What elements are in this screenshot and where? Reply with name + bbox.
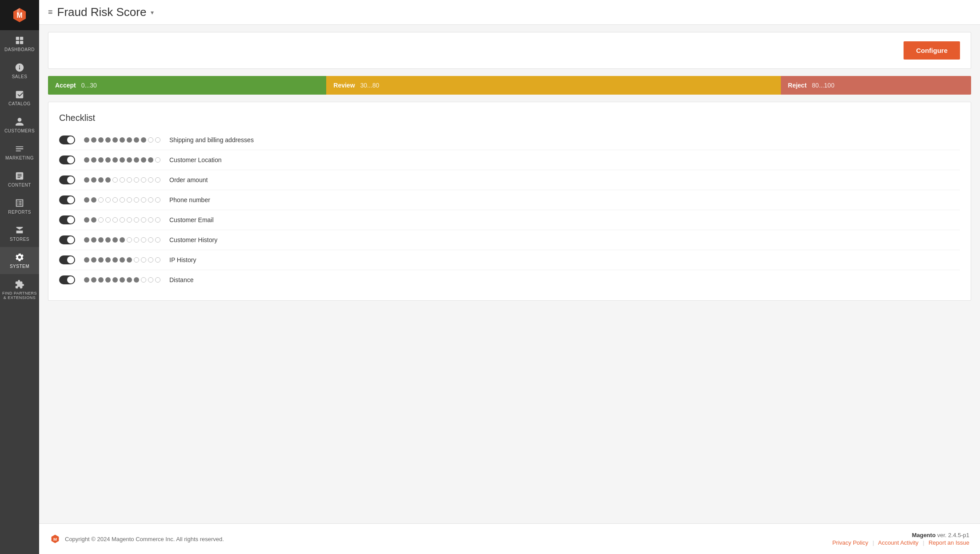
main-content: ≡ Fraud Risk Score ▾ Configure Accept 0.…	[39, 0, 980, 554]
sidebar-logo: M	[0, 0, 39, 30]
dot	[148, 197, 153, 203]
sidebar-item-content[interactable]: CONTENT	[0, 166, 39, 193]
sales-icon	[15, 63, 24, 72]
score-bar: Accept 0...30 Review 30...80 Reject 80..…	[48, 76, 971, 95]
checklist-dots-order-amount	[84, 177, 160, 183]
title-dropdown-icon[interactable]: ▾	[151, 9, 154, 16]
dot	[91, 277, 96, 283]
footer-version-number: ver. 2.4.5-p1	[937, 532, 969, 538]
dot	[98, 157, 104, 163]
checklist-section: Checklist Shipping and billing addresses…	[48, 102, 971, 301]
dot	[112, 217, 118, 223]
dot	[148, 137, 153, 143]
checklist-toggle-order-amount[interactable]	[59, 175, 75, 184]
dot	[105, 157, 111, 163]
dot	[120, 157, 125, 163]
score-review-segment: Review 30...80	[326, 76, 781, 95]
checklist-toggle-distance[interactable]	[59, 275, 75, 284]
checklist-item-label: Distance	[169, 276, 193, 283]
dot	[105, 237, 111, 243]
dot	[84, 197, 89, 203]
configure-button[interactable]: Configure	[904, 41, 960, 60]
checklist-row: Customer History	[59, 230, 960, 250]
system-icon	[15, 252, 24, 262]
checklist-toggle-customer-location[interactable]	[59, 155, 75, 164]
checklist-item-label: Shipping and billing addresses	[169, 136, 254, 143]
checklist-title: Checklist	[59, 113, 960, 123]
dot	[84, 237, 89, 243]
dot	[98, 237, 104, 243]
dot	[127, 237, 132, 243]
dot	[120, 197, 125, 203]
sidebar-item-stores[interactable]: STORES	[0, 220, 39, 247]
checklist-row: IP History	[59, 250, 960, 270]
dot	[148, 157, 153, 163]
dot	[120, 277, 125, 283]
dot	[141, 277, 146, 283]
checklist-dots-customer-history	[84, 237, 160, 243]
sidebar-item-customers[interactable]: CUSTOMERS	[0, 112, 39, 139]
dot	[134, 137, 139, 143]
svg-rect-4	[20, 37, 23, 40]
page-header: ≡ Fraud Risk Score ▾	[39, 0, 980, 25]
review-label: Review	[333, 82, 355, 89]
account-activity-link[interactable]: Account Activity	[878, 539, 919, 546]
dot	[148, 277, 153, 283]
sidebar-item-extensions[interactable]: FIND PARTNERS & EXTENSIONS	[0, 274, 39, 305]
dot	[127, 157, 132, 163]
checklist-row: Phone number	[59, 190, 960, 210]
sidebar-item-sales[interactable]: SALES	[0, 57, 39, 84]
content-icon	[15, 171, 24, 181]
dot	[112, 237, 118, 243]
privacy-policy-link[interactable]: Privacy Policy	[832, 539, 868, 546]
dot	[155, 217, 160, 223]
dot	[155, 177, 160, 183]
checklist-item-label: Customer History	[169, 236, 217, 243]
dot	[134, 177, 139, 183]
dot	[134, 157, 139, 163]
menu-icon[interactable]: ≡	[48, 8, 53, 17]
checklist-row: Distance	[59, 270, 960, 290]
checklist-toggle-shipping-billing[interactable]	[59, 136, 75, 144]
checklist-row: Order amount	[59, 170, 960, 190]
sidebar-item-system[interactable]: SYSTEM	[0, 247, 39, 274]
checklist-item-label: Customer Email	[169, 216, 214, 223]
dot	[91, 217, 96, 223]
checklist-toggle-customer-email[interactable]	[59, 215, 75, 224]
dot	[141, 257, 146, 263]
dot	[98, 137, 104, 143]
dot	[84, 217, 89, 223]
sidebar: M DASHBOARD SALES CATALOG CUSTOMERS MARK…	[0, 0, 39, 554]
checklist-toggle-phone-number[interactable]	[59, 195, 75, 204]
dot	[148, 177, 153, 183]
dot	[127, 217, 132, 223]
dot	[134, 197, 139, 203]
sidebar-item-reports[interactable]: REPORTS	[0, 193, 39, 220]
marketing-icon	[15, 144, 24, 154]
dot	[120, 257, 125, 263]
dot	[127, 197, 132, 203]
report-issue-link[interactable]: Report an Issue	[928, 539, 969, 546]
dot	[148, 257, 153, 263]
checklist-item-label: Phone number	[169, 196, 210, 203]
sidebar-item-catalog[interactable]: CATALOG	[0, 84, 39, 112]
svg-text:M: M	[53, 537, 57, 542]
accept-label: Accept	[55, 82, 76, 89]
svg-rect-3	[16, 37, 19, 40]
dot	[105, 277, 111, 283]
dot	[84, 257, 89, 263]
dot	[112, 277, 118, 283]
page-title: Fraud Risk Score	[57, 5, 147, 19]
checklist-dots-customer-location	[84, 157, 160, 163]
dot	[105, 177, 111, 183]
footer-magento-label: Magento	[912, 532, 936, 538]
checklist-toggle-ip-history[interactable]	[59, 255, 75, 264]
footer-version: Magento ver. 2.4.5-p1	[832, 532, 969, 538]
footer-copyright: Copyright © 2024 Magento Commerce Inc. A…	[65, 536, 224, 542]
footer-left: M Copyright © 2024 Magento Commerce Inc.…	[50, 534, 224, 544]
sidebar-item-dashboard[interactable]: DASHBOARD	[0, 30, 39, 57]
checklist-item-label: Order amount	[169, 176, 208, 183]
checklist-toggle-customer-history[interactable]	[59, 235, 75, 244]
sidebar-item-marketing[interactable]: MARKETING	[0, 139, 39, 166]
dot	[105, 257, 111, 263]
